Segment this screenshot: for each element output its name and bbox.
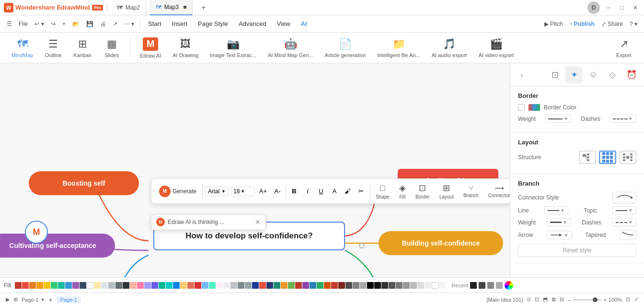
share-icon-status[interactable]: ⬒	[543, 296, 548, 303]
share-button[interactable]: ⤤ Share	[598, 20, 626, 28]
swatch-32[interactable]	[238, 282, 244, 289]
print-button[interactable]: 🖨	[97, 20, 109, 28]
swatch-18[interactable]	[137, 282, 144, 289]
swatch-51[interactable]	[374, 282, 381, 289]
underline-button[interactable]: U	[315, 185, 327, 198]
swatch-43[interactable]	[317, 282, 323, 289]
swatch-35[interactable]	[259, 282, 266, 289]
page-tab-active[interactable]: Page-1	[57, 296, 81, 303]
swatch-38[interactable]	[281, 282, 288, 289]
emoji-tab[interactable]: ☺	[585, 66, 602, 83]
font-selector[interactable]: Arial ▼	[205, 187, 229, 196]
swatch-31[interactable]	[230, 282, 237, 289]
swatch-45[interactable]	[331, 282, 338, 289]
color-wheel-button[interactable]	[505, 281, 513, 290]
export-btn2[interactable]: ↗	[110, 20, 120, 28]
publish-button[interactable]: ↑ Publish	[567, 20, 598, 28]
swatch-59[interactable]	[432, 282, 438, 289]
swatch-26[interactable]	[195, 282, 201, 289]
zoom-in-button[interactable]: +	[603, 297, 606, 303]
help-button[interactable]: ? ▾	[627, 20, 640, 28]
topic-selector[interactable]: ▼	[612, 206, 636, 214]
swatch-52[interactable]	[381, 282, 388, 289]
node-boosting[interactable]: Boosting self	[29, 171, 139, 195]
canvas-area[interactable]: Boosting self Cultivating self-acceptanc…	[0, 63, 510, 277]
swatch-20[interactable]	[151, 282, 158, 289]
swatch-44[interactable]	[324, 282, 331, 289]
menu-start[interactable]: Start	[143, 18, 166, 29]
file-menu[interactable]: File	[16, 20, 31, 28]
swatch-57[interactable]	[417, 282, 424, 289]
ai-audio-export-button[interactable]: 🎵 AI audio export	[428, 36, 471, 60]
intelligent-file-button[interactable]: 📁 Intelligent file An...	[373, 36, 424, 60]
swatch-42[interactable]	[310, 282, 316, 289]
swatch-56[interactable]	[410, 282, 417, 289]
format-button[interactable]: ✂	[355, 185, 368, 198]
add-page-button[interactable]: +	[48, 296, 52, 304]
shape-button[interactable]: □ Shape	[372, 181, 393, 201]
swatch-3[interactable]	[29, 282, 36, 289]
swatch-30[interactable]	[223, 282, 230, 289]
decrease-size-button[interactable]: A-	[271, 185, 284, 198]
ai-mindmap-gen-button[interactable]: 🤖 AI Mind Map Gen...	[264, 36, 317, 60]
swatch-6[interactable]	[51, 282, 58, 289]
border-button[interactable]: ⊡ Border	[412, 181, 434, 201]
ai-drawing-button[interactable]: 🖼 AI Drawing	[169, 36, 202, 60]
menu-page-style[interactable]: Page Style	[193, 18, 233, 29]
swatch-10[interactable]	[80, 282, 86, 289]
layout-icon-status[interactable]: ⊡	[535, 296, 539, 303]
mindmap-button[interactable]: 🗺 MindMap	[8, 36, 37, 60]
swatch-19[interactable]	[144, 282, 151, 289]
swatch-29[interactable]	[216, 282, 223, 289]
expand-icon[interactable]: ▶	[6, 296, 10, 303]
connector-style-selector[interactable]	[612, 192, 636, 203]
swatch-41[interactable]	[302, 282, 309, 289]
article-gen-button[interactable]: 📄 Article generation	[321, 36, 370, 60]
font-size-selector[interactable]: 18 ▼	[231, 187, 255, 196]
swatch-22[interactable]	[166, 282, 172, 289]
swatch-53[interactable]	[389, 282, 395, 289]
swatch-28[interactable]	[209, 282, 216, 289]
highlight-button[interactable]: 🖌	[342, 185, 354, 198]
arrow-selector[interactable]: ▼	[546, 231, 572, 239]
swatch-49[interactable]	[360, 282, 367, 289]
connector-button[interactable]: ⟿ Connector	[484, 182, 510, 200]
swatch-40[interactable]	[295, 282, 302, 289]
outline-button[interactable]: ☰ Outline	[41, 36, 66, 60]
menu-advanced[interactable]: Advanced	[234, 18, 271, 29]
swatch-8[interactable]	[65, 282, 72, 289]
swatch-25[interactable]	[187, 282, 194, 289]
weight-selector[interactable]: ▼	[545, 115, 572, 123]
redo-button[interactable]: ↪	[48, 20, 58, 28]
layout-button[interactable]: ⊞ Layout	[436, 181, 458, 201]
swatch-54[interactable]	[396, 282, 402, 289]
fit-screen-button[interactable]: ⊡	[626, 296, 630, 303]
swatch-46[interactable]	[338, 282, 345, 289]
increase-size-button[interactable]: A+	[257, 185, 269, 198]
image-text-extract-button[interactable]: 📷 Image Text Extrac...	[206, 36, 260, 60]
swatch-4[interactable]	[36, 282, 43, 289]
swatch-37[interactable]	[274, 282, 280, 289]
ai-video-export-button[interactable]: 🎬 AI video export	[475, 36, 518, 60]
swatch-9[interactable]	[72, 282, 79, 289]
bold-button[interactable]: B	[288, 185, 300, 198]
fullscreen-button[interactable]: ⤢	[634, 296, 638, 303]
recent-swatch-4[interactable]	[496, 282, 503, 289]
swatch-47[interactable]	[345, 282, 352, 289]
swatch-11[interactable]	[87, 282, 93, 289]
node-building[interactable]: Building self-confidence	[379, 231, 503, 255]
dashes-selector[interactable]: ▼	[610, 115, 636, 123]
generate-button[interactable]: M Generate	[155, 184, 200, 199]
more-menu[interactable]: ⋯ ▾	[121, 20, 137, 28]
swatch-12[interactable]	[94, 282, 101, 289]
font-color-button[interactable]: A	[328, 185, 341, 198]
swatch-58[interactable]	[425, 282, 431, 289]
swatch-55[interactable]	[403, 282, 410, 289]
swatch-27[interactable]	[202, 282, 208, 289]
italic-button[interactable]: I	[301, 185, 314, 198]
line-selector[interactable]: ▼	[544, 206, 568, 214]
record-icon[interactable]: ⊙	[527, 296, 531, 303]
grid-icon[interactable]: ⊞	[13, 296, 18, 303]
fill-button[interactable]: ◈ Fill	[395, 181, 410, 201]
fullscreen-icon[interactable]: ⊠	[552, 296, 556, 303]
